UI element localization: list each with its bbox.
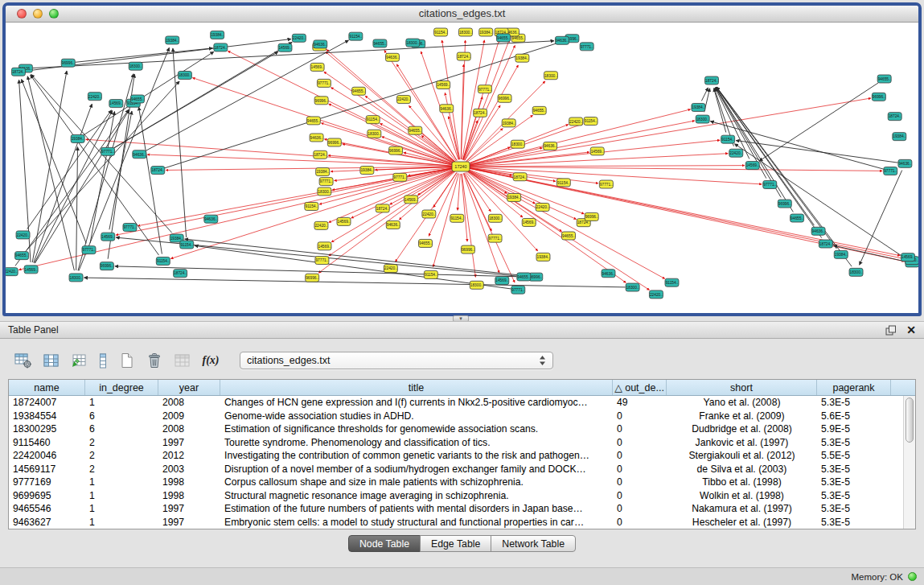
graph-node[interactable]: 91154.. [305,202,318,210]
table-row[interactable]: 2242004622012Investigating the contribut… [9,449,915,463]
graph-node[interactable]: 94655.. [496,34,510,42]
table-scrollbar[interactable] [903,396,915,529]
network-canvas[interactable]: 18724..19384..18300..91154..22420..14569… [6,23,918,313]
graph-node[interactable]: 96996.. [306,274,319,282]
graph-node[interactable]: 14569.. [310,63,324,71]
graph-node[interactable]: 18300.. [511,140,524,148]
graph-node[interactable]: 94655.. [877,75,891,83]
graph-hub-node[interactable]: 17240 [452,162,470,171]
graph-node[interactable]: 19384.. [166,36,179,44]
graph-node[interactable]: 19384.. [71,134,84,142]
graph-node[interactable]: 96996.. [585,212,598,220]
graph-node[interactable]: 22420.. [6,268,18,276]
table-row[interactable]: 1938455462009Genome-wide association stu… [9,410,915,423]
graph-node[interactable]: 14569.. [101,233,115,241]
graph-node[interactable]: 14569.. [337,217,351,225]
graph-node[interactable]: 22420.. [422,210,436,218]
graph-node[interactable]: 22420.. [384,265,397,273]
graph-node[interactable]: 94655.. [418,239,432,247]
graph-node[interactable]: 14569.. [109,100,123,108]
float-panel-icon[interactable] [885,325,897,336]
graph-node[interactable]: 18724.. [705,76,719,84]
graph-node[interactable]: 96996.. [314,97,328,105]
graph-node[interactable]: 18300.. [318,187,331,196]
graph-node[interactable]: 22420.. [729,149,743,157]
graph-node[interactable]: 19384.. [536,253,550,261]
graph-node[interactable]: 97771.. [123,223,137,231]
graph-node[interactable]: 91154.. [366,116,380,124]
graph-node[interactable]: 94636.. [440,105,454,113]
graph-node[interactable]: 94636.. [811,227,825,235]
graph-node[interactable]: 97771.. [488,234,502,242]
delete-table-icon[interactable] [144,350,165,371]
graph-node[interactable]: 97771.. [511,286,525,294]
export-table-icon[interactable] [172,350,193,371]
network-window-titlebar[interactable]: citations_edges.txt [6,6,918,23]
graph-node[interactable]: 19384.. [692,103,705,111]
graph-node[interactable]: 94636.. [385,53,399,61]
graph-node[interactable]: 96996.. [778,200,791,208]
graph-node[interactable]: 14569.. [278,43,292,51]
new-file-icon[interactable] [116,350,137,371]
graph-node[interactable]: 18300.. [406,39,420,47]
graph-node[interactable]: 19384.. [515,54,529,62]
column-header-out_de[interactable]: △ out_de... [613,380,667,395]
graph-node[interactable]: 18300.. [488,214,502,222]
graph-node[interactable]: 22420.. [88,93,101,101]
column-header-title[interactable]: title [220,380,613,395]
graph-node[interactable]: 18300.. [178,72,191,80]
network-table-selector[interactable]: citations_edges.txt [240,352,553,369]
close-panel-icon[interactable]: ✕ [906,324,916,336]
graph-node[interactable]: 18300.. [69,274,83,282]
graph-node[interactable]: 94655.. [517,273,531,281]
table-row[interactable]: 977716911998Corpus callosum shape and si… [9,476,915,489]
graph-node[interactable]: 97771.. [317,79,331,87]
graph-node[interactable]: 97771.. [393,173,407,181]
table-row[interactable]: 1456911722003Disruption of a novel membe… [9,463,915,476]
graph-node[interactable]: 19384.. [479,28,493,36]
graph-node[interactable]: 91154.. [424,270,437,278]
graph-node[interactable]: 18300.. [129,62,142,70]
column-header-name[interactable]: name [9,380,85,395]
graph-node[interactable]: 96996.. [529,273,543,281]
graph-node[interactable]: 91154.. [349,32,363,40]
graph-node[interactable]: 22420.. [569,117,583,126]
graph-node[interactable]: 94655.. [409,126,422,134]
graph-node[interactable]: 94636.. [314,40,327,48]
graph-node[interactable]: 18300.. [696,115,709,123]
column-header-in_degree[interactable]: in_degree [85,380,158,395]
graph-node[interactable]: 14569.. [405,196,418,204]
graph-node[interactable]: 96996.. [100,262,113,270]
graph-node[interactable]: 94636.. [133,150,146,159]
table-row[interactable]: 911546021997Tourette syndrome. Phenomeno… [9,436,915,450]
graph-node[interactable]: 97771.. [580,43,593,51]
graph-node[interactable]: 94636.. [555,36,569,44]
graph-node[interactable]: 14569.. [495,277,509,285]
graph-node[interactable]: 91154.. [156,257,170,265]
graph-node[interactable]: 91154.. [450,214,464,222]
graph-node[interactable]: 97771.. [478,85,491,93]
graph-node[interactable]: 94655.. [15,252,29,260]
graph-node[interactable]: 18724.. [888,113,901,121]
graph-node[interactable]: 18724.. [474,109,487,117]
graph-node[interactable]: 19384.. [502,119,515,127]
graph-node[interactable]: 96996.. [498,94,511,102]
table-row[interactable]: 1830029562008Estimation of significance … [9,422,915,436]
graph-node[interactable]: 18300.. [544,72,557,80]
graph-node[interactable]: 19384.. [360,167,374,175]
graph-node[interactable]: 91154.. [434,28,448,36]
graph-node[interactable]: 94636.. [204,215,218,223]
graph-node[interactable]: 22420.. [649,290,663,299]
graph-node[interactable]: 14569.. [318,242,331,250]
tab-edge-table[interactable]: Edge Table [420,535,491,552]
graph-node[interactable]: 91154.. [180,241,194,249]
table-row[interactable]: 946554611997Estimation of the future num… [9,502,915,516]
graph-node[interactable]: 96996.. [61,59,75,67]
graph-node[interactable]: 22420.. [292,34,306,42]
graph-node[interactable]: 97771.. [82,246,96,254]
graph-node[interactable]: 96996.. [389,146,403,154]
graph-node[interactable]: 18300.. [368,130,381,138]
add-column-icon[interactable] [97,350,109,371]
table-row[interactable]: 1872400712008Changes of HCN gene express… [9,396,915,410]
graph-node[interactable]: 14569.. [901,253,915,262]
